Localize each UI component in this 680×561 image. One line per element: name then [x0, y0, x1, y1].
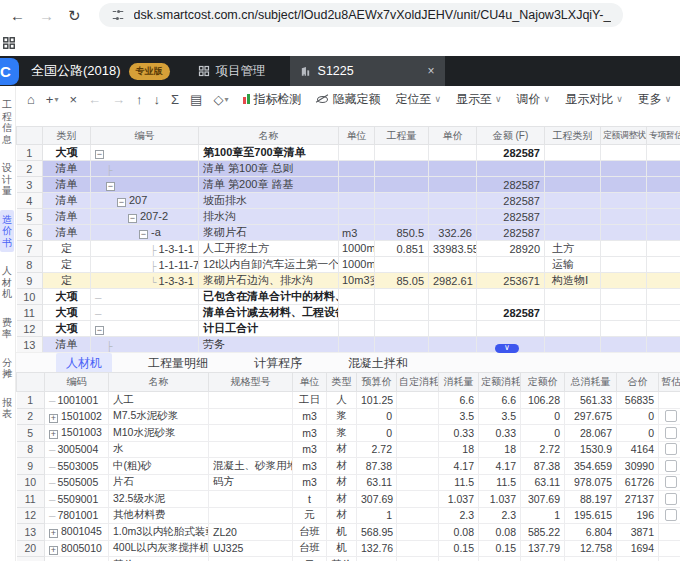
resource-row[interactable]: 20+8005010400L以内灰浆搅拌机UJ325台班机132.760.150… — [17, 540, 680, 557]
sidebar-item-cost-book[interactable]: 造价书 — [0, 210, 14, 253]
estimate-checkbox[interactable] — [665, 410, 677, 422]
panel-collapse-button[interactable]: ∨ — [495, 344, 519, 353]
resource-row[interactable]: 11─550900132.5级水泥t材307.691.0371.037307.6… — [17, 491, 680, 508]
main-col-header-1[interactable]: 类别 — [43, 127, 91, 145]
collapse-icon[interactable]: − — [106, 182, 115, 191]
close-icon[interactable]: × — [428, 64, 435, 78]
main-col-header-5[interactable]: 工程量 — [375, 127, 429, 145]
tab-concrete-mix[interactable]: 混凝土拌和 — [338, 353, 418, 374]
cost-row[interactable]: 4清单−207坡面排水282587 — [17, 193, 680, 209]
project-menu[interactable]: 项目管理 — [198, 63, 266, 80]
cost-row[interactable]: 3清单−清单 第200章 路基282587 — [17, 177, 680, 193]
more-button[interactable]: 更多∨ — [638, 91, 672, 108]
detail-col-header-1[interactable]: 编码 — [45, 373, 109, 392]
expand-icon[interactable]: + — [49, 546, 58, 555]
detail-col-header-0[interactable] — [17, 373, 45, 392]
resource-row[interactable]: 5+1501003M10水泥砂浆m3浆00.330.33028.0670 — [17, 425, 680, 442]
detail-col-header-8[interactable]: 消耗量 — [439, 373, 479, 392]
resource-row[interactable]: 1─1001001人工工日人101.256.66.6106.28561.3356… — [17, 392, 680, 409]
sum-icon[interactable]: Σ — [171, 93, 179, 106]
detail-col-header-2[interactable]: 名称 — [109, 373, 209, 392]
main-col-header-2[interactable]: 编号 — [91, 127, 199, 145]
format-brush-icon[interactable]: ◇▾ — [213, 93, 228, 106]
main-col-header-7[interactable]: 金额 (F) — [477, 127, 545, 145]
resource-row[interactable]: 10─5505005片石码方m3材63.1111.511.563.11978.0… — [17, 474, 680, 491]
tab-calc-program[interactable]: 计算程序 — [244, 353, 312, 374]
detail-col-header-3[interactable]: 规格型号 — [209, 373, 293, 392]
expand-icon[interactable]: + — [49, 430, 58, 439]
detail-col-header-11[interactable]: 总消耗量 — [565, 373, 617, 392]
adjust-price-button[interactable]: 调价∨ — [517, 91, 551, 108]
estimate-checkbox[interactable] — [665, 493, 677, 505]
detail-col-header-12[interactable]: 合价 — [617, 373, 659, 392]
expand-icon[interactable]: + — [49, 529, 58, 538]
detail-col-header-9[interactable]: 定额消耗 — [479, 373, 521, 392]
cost-row[interactable]: 9定└1-3-3-1浆砌片石边沟、排水沟10m3实砌85.052982.6125… — [17, 273, 680, 289]
resource-row[interactable]: 12─7801001其他材料费元材12.32.31195.615196 — [17, 507, 680, 524]
locate-to-button[interactable]: 定位至∨ — [395, 91, 441, 108]
sidebar-item-design-quantity[interactable]: 设计量 — [0, 158, 14, 201]
address-bar[interactable]: dsk.smartcost.com.cn/subject/lOud2u8AEWx… — [99, 3, 623, 27]
main-col-header-0[interactable] — [17, 127, 43, 145]
collapse-icon[interactable]: − — [139, 230, 148, 239]
move-up-icon[interactable]: ↑ — [136, 93, 143, 106]
resource-row[interactable]: 2+1501002M7.5水泥砂浆m3浆03.53.50297.6750 — [17, 408, 680, 425]
indicator-check-button[interactable]: 指标检测 — [243, 91, 301, 108]
resource-row[interactable]: 13+80010451.0m3以内轮胎式装载机ZL20台班机568.950.08… — [17, 524, 680, 541]
cost-row[interactable]: 6清单−-a浆砌片石m3850.5332.26282587 — [17, 225, 680, 241]
main-col-header-3[interactable]: 名称 — [199, 127, 339, 145]
delete-icon[interactable]: × — [69, 93, 77, 106]
estimate-checkbox[interactable] — [665, 443, 677, 455]
detail-col-header-7[interactable]: 自定消耗 — [397, 373, 439, 392]
cost-row[interactable]: 12大项−计日工合计 — [17, 321, 680, 337]
cost-row[interactable]: 13清单├劳务 — [17, 337, 680, 353]
cost-row[interactable]: 1大项−第100章至700章清单282587 — [17, 145, 680, 161]
sidebar-item-labor-material[interactable]: 人材机 — [0, 261, 14, 304]
resource-row[interactable]: 9─5503005中(粗)砂混凝土、砂浆用堆方m3材87.384.174.178… — [17, 458, 680, 475]
main-col-header-4[interactable]: 单位 — [339, 127, 375, 145]
detail-col-header-6[interactable]: 预算价 — [357, 373, 397, 392]
browser-back-icon[interactable]: ← — [10, 8, 25, 23]
main-col-header-8[interactable]: 工程类别 — [545, 127, 601, 145]
cost-row[interactable]: 11大项─清单合计减去材料、工程设备、专业工282587 — [17, 305, 680, 321]
expand-icon[interactable]: + — [49, 414, 58, 423]
cost-row[interactable]: 2清单├清单 第100章 总则 — [17, 161, 680, 177]
resource-row[interactable]: 8─3005004水m3材2.7218182.721530.94164 — [17, 441, 680, 458]
cost-row[interactable]: 5清单−207-2排水沟282587 — [17, 209, 680, 225]
tab-labor-material[interactable]: 人材机 — [56, 353, 112, 374]
show-to-button[interactable]: 显示至∨ — [456, 91, 502, 108]
estimate-checkbox[interactable] — [665, 460, 677, 472]
hide-quota-button[interactable]: 隐藏定额 — [316, 91, 380, 108]
save-icon[interactable]: ▤ — [190, 93, 202, 106]
undo-icon[interactable]: ← — [88, 93, 101, 106]
resource-row[interactable]: 26─9999001基价元基价1222922291189576.45189576 — [17, 557, 680, 561]
redo-icon[interactable]: → — [112, 93, 125, 106]
show-compare-button[interactable]: 显示对比∨ — [565, 91, 623, 108]
detail-col-header-10[interactable]: 定额价 — [521, 373, 565, 392]
tab-quantity-detail[interactable]: 工程量明细 — [138, 353, 218, 374]
cost-row[interactable]: 8定├1-1-11-712t以内自卸汽车运土第一个1km1000m3天运输 — [17, 257, 680, 273]
sidebar-item-rate[interactable]: 费率 — [0, 313, 14, 344]
detail-col-header-5[interactable]: 类型 — [327, 373, 357, 392]
detail-col-header-13[interactable]: 暂估 — [659, 373, 680, 392]
collapse-icon[interactable]: − — [128, 214, 137, 223]
main-col-header-10[interactable]: 专项暂估 — [647, 127, 680, 145]
collapse-icon[interactable]: − — [95, 326, 104, 335]
estimate-checkbox[interactable] — [665, 509, 677, 521]
cost-row[interactable]: 7定├1-3-1-1人工开挖土方1000m3天0.85133983.552892… — [17, 241, 680, 257]
detail-col-header-4[interactable]: 单位 — [293, 373, 327, 392]
estimate-checkbox[interactable] — [665, 427, 677, 439]
sidebar-item-project-info[interactable]: 工程信息 — [0, 95, 14, 149]
main-col-header-6[interactable]: 单价 — [429, 127, 477, 145]
site-settings-icon[interactable] — [111, 8, 125, 22]
collapse-icon[interactable]: − — [95, 150, 104, 159]
sidebar-item-report[interactable]: 报表 — [0, 393, 14, 424]
home-icon[interactable]: ⌂ — [27, 93, 35, 106]
browser-reload-icon[interactable]: ↻ — [68, 8, 81, 23]
move-down-icon[interactable]: ↓ — [154, 93, 161, 106]
estimate-checkbox[interactable] — [665, 476, 677, 488]
doc-tab[interactable]: S1225 × — [290, 56, 445, 86]
collapse-icon[interactable]: − — [117, 198, 126, 207]
browser-forward-icon[interactable]: → — [39, 8, 54, 23]
add-icon[interactable]: +▾ — [46, 93, 59, 106]
